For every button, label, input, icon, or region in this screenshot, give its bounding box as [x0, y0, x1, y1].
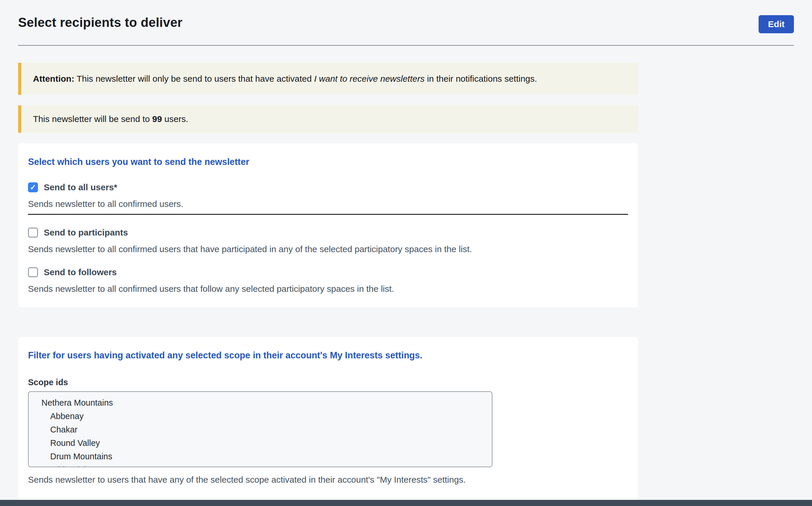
send-to-participants-field: ✓ Send to participants Sends newsletter … — [28, 228, 628, 254]
scope-ids-label: Scope ids — [28, 377, 628, 387]
send-to-followers-checkbox-row[interactable]: ✓ Send to followers — [28, 267, 628, 277]
count-text-before: This newsletter will be send to — [33, 114, 152, 124]
send-to-all-users-checkbox-row[interactable]: ✓ Send to all users* — [28, 182, 628, 192]
content-column: Attention: This newsletter will only be … — [18, 63, 638, 500]
recipients-card-heading: Select which users you want to send the … — [28, 157, 628, 167]
page: Select recipients to deliver Edit Attent… — [0, 0, 812, 506]
footer-action-bar: Deliver newsletter — [0, 500, 812, 506]
scope-ids-help-text: Sends newsletter to users that have any … — [28, 475, 628, 485]
send-to-participants-description: Sends newsletter to all confirmed users … — [28, 244, 628, 254]
send-to-followers-checkbox[interactable]: ✓ — [28, 267, 38, 277]
checkmark-icon: ✓ — [30, 183, 36, 191]
send-to-all-users-label: Send to all users* — [44, 182, 117, 192]
attention-callout-text: Attention: This newsletter will only be … — [33, 74, 537, 83]
listbox-option-chakar[interactable]: Chakar — [28, 423, 492, 436]
listbox-option-drum-mountains[interactable]: Drum Mountains — [28, 450, 492, 463]
send-to-all-users-description: Sends newsletter to all confirmed users. — [28, 199, 628, 209]
listbox-option-abbenay[interactable]: Abbenay — [28, 409, 492, 423]
scope-ids-listbox[interactable]: Nethera Mountains Abbenay Chakar Round V… — [28, 391, 492, 467]
send-to-all-users-field: ✓ Send to all users* Sends newsletter to… — [28, 182, 628, 215]
send-to-participants-checkbox[interactable]: ✓ — [28, 228, 38, 238]
recipients-card: Select which users you want to send the … — [18, 143, 638, 308]
main-content: Attention: This newsletter will only be … — [0, 46, 812, 500]
field-divider — [28, 214, 628, 215]
attention-callout: Attention: This newsletter will only be … — [18, 63, 638, 95]
attention-prefix: Attention: — [33, 74, 74, 83]
attention-body-end: in their notifications settings. — [425, 74, 537, 83]
attention-italic-phrase: I want to receive newsletters — [314, 74, 425, 83]
send-to-all-users-checkbox[interactable]: ✓ — [28, 182, 38, 192]
send-to-participants-checkbox-row[interactable]: ✓ Send to participants — [28, 228, 628, 238]
count-text-after: users. — [162, 114, 188, 124]
send-to-followers-label: Send to followers — [44, 267, 117, 277]
recipient-count-text: This newsletter will be send to 99 users… — [33, 114, 188, 124]
page-title: Select recipients to deliver — [18, 15, 182, 30]
edit-button[interactable]: Edit — [758, 15, 794, 33]
send-to-followers-field: ✓ Send to followers Sends newsletter to … — [28, 267, 628, 294]
send-to-participants-label: Send to participants — [44, 228, 128, 238]
attention-body: This newsletter will only be send to use… — [74, 74, 314, 83]
listbox-option-nethera-mountains[interactable]: Nethera Mountains — [28, 396, 492, 409]
recipient-count-callout: This newsletter will be send to 99 users… — [18, 105, 638, 133]
listbox-option-wide-plains[interactable]: Wide Plains — [28, 463, 492, 467]
recipient-count-value: 99 — [152, 114, 162, 124]
listbox-option-round-valley[interactable]: Round Valley — [28, 436, 492, 450]
page-header: Select recipients to deliver Edit — [0, 0, 812, 46]
scope-filter-heading: Filter for users having activated any se… — [28, 350, 628, 361]
scope-filter-card: Filter for users having activated any se… — [18, 337, 638, 500]
send-to-followers-description: Sends newsletter to all confirmed users … — [28, 284, 628, 294]
